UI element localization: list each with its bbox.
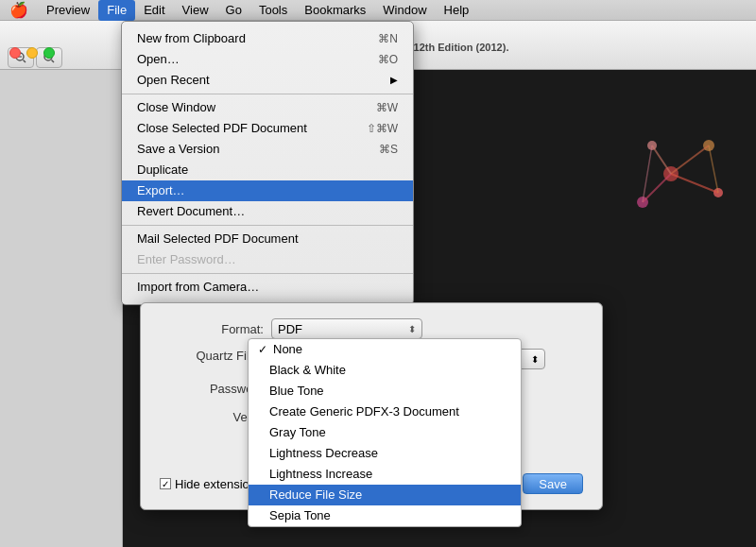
format-row: Format: PDF ⬍: [160, 318, 583, 339]
molecule-decoration: [595, 98, 747, 249]
edit-menu[interactable]: Edit: [135, 0, 173, 21]
file-menu-section-2: Close Window ⌘W Close Selected PDF Docum…: [122, 94, 413, 226]
close-pdf-item[interactable]: Close Selected PDF Document ⇧⌘W: [122, 118, 413, 139]
file-menu-section-3: Mail Selected PDF Document Enter Passwor…: [122, 226, 413, 274]
quartz-lightness-dec-item[interactable]: Lightness Decrease: [249, 443, 521, 464]
file-menu-dropdown: New from Clipboard ⌘N Open… ⌘O Open Rece…: [121, 21, 414, 305]
hide-extension-row: ✓ Hide extension: [160, 477, 256, 491]
apple-menu-icon[interactable]: 🍎: [0, 1, 38, 19]
svg-line-1: [24, 60, 26, 63]
svg-line-12: [671, 145, 709, 174]
bookmarks-menu[interactable]: Bookmarks: [296, 0, 374, 21]
quartz-sepia-item[interactable]: Sepia Tone: [249, 505, 521, 526]
quartz-gray-item[interactable]: Gray Tone: [249, 422, 521, 443]
file-menu-section-4: Import from Camera…: [122, 274, 413, 300]
minimize-button[interactable]: [26, 47, 38, 59]
format-select[interactable]: PDF ⬍: [271, 318, 422, 339]
svg-line-16: [709, 145, 718, 193]
svg-line-15: [652, 145, 671, 174]
close-window-item[interactable]: Close Window ⌘W: [122, 97, 413, 118]
file-menu[interactable]: File: [98, 0, 135, 21]
quartz-lightness-inc-item[interactable]: Lightness Increase: [249, 464, 521, 485]
duplicate-item[interactable]: Duplicate: [122, 160, 413, 180]
window-menu[interactable]: Window: [374, 0, 435, 21]
revert-item[interactable]: Revert Document…: [122, 201, 413, 222]
menu-bar: 🍎 Preview File Edit View Go Tools Bookma…: [0, 0, 756, 21]
svg-line-4: [52, 60, 55, 63]
import-camera-item[interactable]: Import from Camera…: [122, 277, 413, 298]
new-from-clipboard-item[interactable]: New from Clipboard ⌘N: [122, 28, 413, 49]
quartz-bw-item[interactable]: Black & White: [249, 360, 521, 381]
open-item[interactable]: Open… ⌘O: [122, 49, 413, 70]
hide-extension-label: Hide extension: [175, 477, 256, 491]
view-menu[interactable]: View: [174, 0, 217, 21]
svg-line-14: [671, 174, 718, 193]
help-menu[interactable]: Help: [436, 0, 478, 21]
open-recent-item[interactable]: Open Recent ▶: [122, 70, 413, 91]
quartz-chevron-icon: ⬍: [531, 354, 539, 365]
maximize-button[interactable]: [43, 47, 55, 59]
enter-password-item: Enter Password…: [122, 249, 413, 270]
app-window: 🍎 Preview File Edit View Go Tools Bookma…: [0, 0, 756, 547]
quartz-filter-dropdown: None Black & White Blue Tone Create Gene…: [248, 338, 522, 527]
file-menu-section-1: New from Clipboard ⌘N Open… ⌘O Open Rece…: [122, 26, 413, 94]
sidebar: [0, 70, 123, 547]
format-chevron-icon: ⬍: [408, 324, 416, 334]
quartz-blue-item[interactable]: Blue Tone: [249, 381, 521, 402]
format-label: Format:: [160, 322, 264, 336]
go-menu[interactable]: Go: [217, 0, 250, 21]
traffic-lights: [9, 47, 55, 59]
format-value: PDF: [278, 322, 302, 336]
save-button[interactable]: Save: [523, 473, 583, 494]
hide-extension-checkbox[interactable]: ✓: [160, 478, 171, 489]
mail-pdf-item[interactable]: Mail Selected PDF Document: [122, 229, 413, 249]
quartz-pdfx3-item[interactable]: Create Generic PDFX-3 Document: [249, 402, 521, 422]
tools-menu[interactable]: Tools: [250, 0, 296, 21]
quartz-reduce-item[interactable]: Reduce File Size: [249, 485, 521, 505]
quartz-none-item[interactable]: None: [249, 339, 521, 360]
close-button[interactable]: [9, 47, 21, 59]
export-item[interactable]: Export…: [122, 180, 413, 201]
preview-menu[interactable]: Preview: [38, 0, 98, 21]
save-version-item[interactable]: Save a Version ⌘S: [122, 139, 413, 160]
